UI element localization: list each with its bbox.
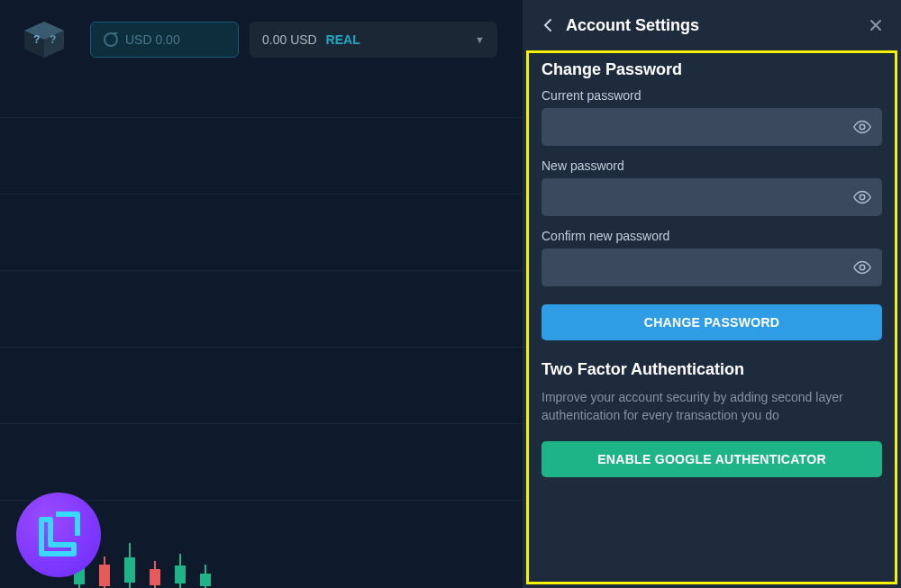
new-password-label: New password — [542, 158, 882, 173]
panel-header: Account Settings — [523, 0, 901, 50]
panel-title: Account Settings — [566, 16, 699, 35]
usd-pill-label: USD 0.00 — [125, 32, 180, 47]
panel-body-highlighted: Change Password Current password New pas… — [526, 50, 897, 584]
svg-text:?: ? — [33, 33, 40, 46]
back-button[interactable] — [537, 14, 559, 36]
current-password-label: Current password — [542, 88, 882, 103]
confirm-password-input[interactable] — [542, 249, 882, 286]
balance-tag: REAL — [326, 32, 360, 47]
toggle-visibility-icon[interactable] — [850, 255, 875, 280]
new-password-input[interactable] — [542, 178, 882, 216]
svg-point-9 — [860, 265, 865, 270]
change-password-heading: Change Password — [542, 60, 882, 79]
toggle-visibility-icon[interactable] — [850, 185, 875, 210]
svg-text:?: ? — [50, 33, 56, 46]
svg-point-6 — [17, 493, 100, 576]
chevron-down-icon: ▼ — [475, 34, 485, 45]
account-settings-panel: Account Settings Change Password Current… — [523, 0, 901, 588]
current-password-input[interactable] — [542, 108, 882, 146]
twofa-heading: Two Factor Authentication — [542, 360, 882, 379]
svg-point-7 — [860, 124, 865, 130]
twofa-description: Improve your account security by adding … — [542, 388, 882, 425]
cube-icon[interactable]: ? ? — [9, 17, 79, 62]
svg-point-8 — [860, 194, 865, 200]
reload-icon — [104, 32, 118, 47]
balance-amount: 0.00 USD — [262, 32, 317, 47]
brand-logo — [16, 493, 101, 577]
confirm-password-label: Confirm new password — [542, 229, 882, 243]
account-balance-selector[interactable]: 0.00 USD REAL ▼ — [250, 22, 497, 58]
toggle-visibility-icon[interactable] — [850, 114, 875, 140]
change-password-button[interactable]: CHANGE PASSWORD — [542, 304, 882, 340]
usd-balance-pill[interactable]: USD 0.00 — [90, 22, 239, 58]
close-button[interactable] — [865, 14, 887, 36]
chart-area[interactable] — [0, 63, 523, 588]
enable-google-authenticator-button[interactable]: ENABLE GOOGLE AUTHENTICATOR — [542, 441, 882, 477]
